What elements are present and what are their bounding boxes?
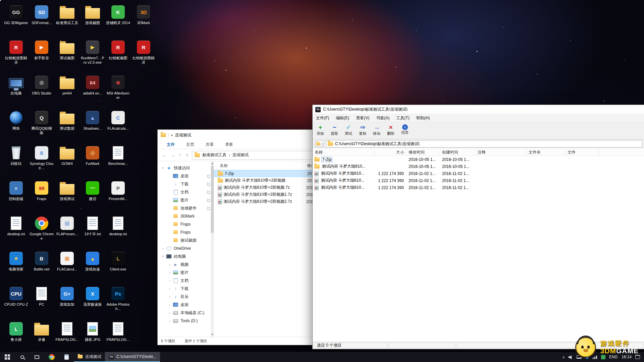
column-header-files[interactable]: 文件: [566, 148, 599, 156]
desktop-icon[interactable]: 此电脑: [3, 73, 29, 108]
desktop-icon[interactable]: ◎ OBS Studio: [29, 73, 54, 108]
desktop-icon[interactable]: SD SDFormat...: [29, 3, 54, 38]
sidebar-scrollbar[interactable]: [211, 161, 214, 337]
chrome-taskbar-button[interactable]: [44, 352, 59, 362]
search-button[interactable]: [15, 352, 30, 362]
desktop-icon[interactable]: Google Chrome: [29, 214, 54, 249]
desktop-icon[interactable]: ▦ FLACalcul...: [54, 249, 80, 284]
desktop-icon[interactable]: 回收站: [3, 143, 29, 179]
pinned-app-button[interactable]: [59, 352, 74, 362]
sidebar-item[interactable]: 下载: [158, 285, 214, 293]
desktop-icon[interactable]: ▶ 射手影音: [29, 38, 54, 73]
sidebar-item[interactable]: 测试截图: [158, 236, 214, 244]
column-header-name[interactable]: 名称: [214, 163, 307, 169]
desktop-icon[interactable]: ▲ 游戏加速: [80, 249, 105, 284]
ribbon-tab[interactable]: 文件: [161, 140, 180, 149]
desktop-icon[interactable]: R 红蜻蜓抓图精灵: [3, 38, 29, 73]
volume-icon[interactable]: [569, 355, 573, 359]
toolbar-button[interactable]: ⇒ 复制: [356, 123, 369, 136]
ribbon-tab[interactable]: 查看: [219, 140, 239, 149]
desktop-icon[interactable]: Benchmar...: [105, 143, 131, 179]
toolbar-button[interactable]: → 移动: [370, 123, 383, 136]
menu-item[interactable]: 帮助(H): [413, 115, 433, 121]
desktop-icon[interactable]: 测试数据: [54, 108, 80, 143]
desktop-icon[interactable]: ◉ MSI Afterburner: [105, 73, 131, 108]
column-header-created[interactable]: 创建时间: [440, 148, 476, 156]
sidebar-item[interactable]: 3DMark: [158, 212, 214, 220]
toolbar-button[interactable]: ✓ 测试: [342, 123, 355, 136]
desktop-icon[interactable]: Q 腾讯QQ轻聊版: [29, 108, 54, 143]
start-button[interactable]: [0, 352, 15, 362]
column-header-name[interactable]: 名称: [313, 148, 375, 156]
desktop-icon[interactable]: K 按键精灵 2014: [105, 3, 131, 38]
desktop-icon[interactable]: ▤ FLAPresen...: [54, 214, 80, 249]
desktop-icon[interactable]: 网络: [3, 108, 29, 143]
quick-access-toolbar-caret-icon[interactable]: ▾: [171, 133, 173, 137]
desktop-icon[interactable]: ▶ RunMemT... Pro v2.5.exe: [80, 38, 105, 73]
menu-item[interactable]: 工具(T): [393, 115, 413, 121]
breadcrumb-item[interactable]: 压缩测试: [232, 152, 249, 158]
menu-item[interactable]: 文件(F): [313, 115, 332, 121]
archive-row[interactable]: 测试内容 斗罗大陆610... 1 222 174 393 2016-11-02…: [313, 170, 644, 177]
desktop-icon[interactable]: ⋯ 微信: [80, 179, 105, 214]
desktop-icon[interactable]: desktop.ini: [105, 214, 131, 249]
desktop-icon[interactable]: X 迅雷极速版: [80, 284, 105, 319]
desktop-icon[interactable]: L Client.exe: [105, 249, 131, 284]
column-header-folders[interactable]: 文件夹: [527, 148, 566, 156]
ribbon-tab[interactable]: 共享: [200, 140, 219, 149]
sidebar-item[interactable]: 文档: [158, 188, 214, 196]
desktop-icon[interactable]: R 红蜻蜓抓图精灵: [131, 38, 156, 73]
desktop-icon[interactable]: B Battle.net: [29, 249, 54, 284]
sidebar-item[interactable]: 快速访问: [158, 164, 214, 172]
sidebar-item[interactable]: 桌面: [158, 301, 214, 309]
desktop-icon[interactable]: GOW4: [54, 143, 80, 179]
desktop-icon[interactable]: L 鲁大师: [3, 319, 29, 355]
desktop-icon[interactable]: ◎ FurMark: [80, 143, 105, 179]
sidebar-item[interactable]: 图片: [158, 268, 214, 277]
sidebar-item[interactable]: 音乐: [158, 293, 214, 301]
desktop-icon[interactable]: 捕获.JPG: [80, 319, 105, 355]
archive-row[interactable]: 测试内容 斗罗大陆610... 1 222 174 393 2016-11-02…: [313, 177, 644, 184]
column-header-size[interactable]: 大小: [375, 148, 407, 156]
ribbon-tab[interactable]: 主页: [180, 140, 200, 149]
taskbar-item-7zip[interactable]: 7z C:\Users\GTY\Deskt...: [105, 352, 160, 362]
desktop-icon[interactable]: P PresentM...: [105, 179, 131, 214]
desktop-icon[interactable]: C FLAcalcula...: [105, 108, 131, 143]
desktop-icon[interactable]: 标准测试工具: [54, 3, 80, 38]
desktop-icon[interactable]: 64 aida64.ex...: [80, 73, 105, 108]
desktop-icon[interactable]: 游戏测试: [54, 179, 80, 214]
desktop-icon[interactable]: PC: [29, 284, 54, 319]
sidebar-item[interactable]: 视频: [158, 260, 214, 268]
desktop-icon[interactable]: pm64: [54, 73, 80, 108]
sidebar-item[interactable]: OneDrive: [158, 244, 214, 252]
desktop-icon[interactable]: 99 Fraps: [29, 179, 54, 214]
desktop-icon[interactable]: CPU CPUID CPU-Z: [3, 284, 29, 319]
sidebar-item[interactable]: Fraps: [158, 220, 214, 228]
recent-locations-caret-icon[interactable]: ˅: [178, 153, 182, 157]
archive-row[interactable]: 测试内容 斗罗大陆610... 2016-10-05 1... 2016-10-…: [313, 163, 644, 170]
desktop-icon[interactable]: desktop.ini: [3, 214, 29, 249]
scrollbar-thumb[interactable]: [211, 166, 214, 233]
forward-button[interactable]: →: [169, 153, 177, 158]
up-one-level-button[interactable]: [315, 140, 324, 147]
sidebar-item[interactable]: 文档: [158, 277, 214, 285]
sevenzip-titlebar[interactable]: 7z C:\Users\GTY\Desktop\标准测试工具\压缩测试\: [313, 105, 644, 114]
taskbar-item-explorer[interactable]: 压缩测试: [74, 352, 105, 362]
toolbar-button[interactable]: − 提取: [328, 123, 341, 136]
desktop-icon[interactable]: FRAPSLOG...: [105, 319, 131, 355]
sidebar-item[interactable]: Tools (D:): [158, 317, 214, 325]
sidebar-item[interactable]: 下载: [158, 180, 214, 188]
desktop-icon[interactable]: G+ 游戏加加: [54, 284, 80, 319]
menu-item[interactable]: 书签(A): [373, 115, 393, 121]
desktop-icon[interactable]: FRAPSLOG...: [54, 319, 80, 355]
desktop-icon[interactable]: 3D 3DMark: [131, 3, 156, 38]
desktop-icon[interactable]: ▲ Shadows...: [80, 108, 105, 143]
menu-item[interactable]: 查看(V): [353, 115, 373, 121]
toolbar-button[interactable]: × 删除: [384, 123, 397, 136]
back-button[interactable]: ←: [160, 153, 168, 158]
column-header-comment[interactable]: 注释: [476, 148, 527, 156]
path-input[interactable]: C:\Users\GTY\Desktop\标准测试工具\压缩测试\: [326, 140, 642, 147]
up-button[interactable]: ↑: [183, 153, 191, 158]
toolbar-button[interactable]: i 信息: [398, 123, 411, 135]
scroll-up-icon[interactable]: [211, 163, 213, 164]
